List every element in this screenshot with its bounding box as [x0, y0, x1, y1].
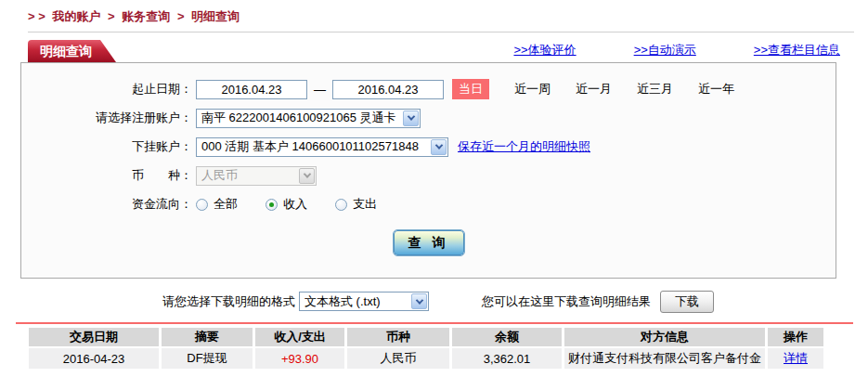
flow-option-income-label: 收入 [283, 196, 307, 213]
currency-value: 人民币 [197, 167, 298, 184]
registered-account-select[interactable]: 南平 6222001406100921065 灵通卡 [196, 109, 421, 128]
quick-range-month[interactable]: 近一月 [576, 81, 612, 98]
date-range-label: 起止日期： [21, 81, 196, 98]
quick-range-group: 当日 近一周 近一月 近三月 近一年 [452, 79, 734, 99]
tab-detail-query[interactable]: 明细查询 [28, 40, 116, 62]
sub-account-row: 下挂账户： 000 活期 基本户 1406600101102571848 保存近… [21, 136, 836, 157]
breadcrumb-separator: > [177, 9, 185, 23]
breadcrumb-item-detail-query[interactable]: 明细查询 [191, 9, 240, 23]
radio-unchecked-icon[interactable] [196, 199, 208, 211]
chevron-down-icon [299, 168, 315, 184]
quick-range-quarter[interactable]: 近三月 [637, 81, 673, 98]
currency-select: 人民币 [196, 166, 317, 186]
quick-range-year[interactable]: 近一年 [698, 81, 734, 98]
download-hint: 您可以在这里下载查询明细结果 [482, 293, 651, 310]
column-info-link[interactable]: >>查看栏目信息 [754, 42, 840, 58]
currency-row: 币 种： 人民币 [21, 165, 836, 186]
fund-flow-options: 全部 收入 支出 [196, 196, 377, 213]
col-header-summary: 摘要 [162, 328, 253, 348]
date-dash: — [314, 83, 326, 97]
breadcrumb-separator: > [108, 9, 115, 23]
breadcrumb-item-account-query[interactable]: 账务查询 [122, 9, 170, 23]
cell-counterparty: 财付通支付科技有限公司客户备付金 [564, 348, 765, 369]
fund-flow-label: 资金流向： [21, 196, 196, 213]
table-row: 2016-04-23 DF提现 +93.90 人民币 3,362.01 财付通支… [29, 348, 823, 369]
flow-option-income[interactable]: 收入 [266, 196, 307, 213]
table-header-row: 交易日期 摘要 收入/支出 币种 余额 对方信息 操作 [29, 328, 823, 348]
col-header-action: 操作 [768, 328, 823, 348]
col-header-counterparty: 对方信息 [564, 328, 765, 348]
sub-account-select[interactable]: 000 活期 基本户 1406600101102571848 [196, 137, 448, 157]
tab-bar: 明细查询 >>体验评价 >>自动演示 >>查看栏目信息 [28, 40, 840, 62]
sub-account-label: 下挂账户： [21, 138, 196, 155]
download-format-label: 请您选择下载明细的格式 [162, 293, 295, 310]
header-links: >>体验评价 >>自动演示 >>查看栏目信息 [513, 42, 840, 62]
result-divider [16, 322, 853, 324]
flow-option-all[interactable]: 全部 [196, 196, 238, 213]
radio-unchecked-icon[interactable] [335, 199, 347, 211]
cell-amount: +93.90 [255, 348, 344, 369]
download-format-value: 文本格式 (.txt) [300, 293, 410, 310]
download-button[interactable]: 下载 [660, 291, 714, 313]
date-from-input[interactable] [196, 80, 307, 99]
download-format-select[interactable]: 文本格式 (.txt) [299, 292, 429, 311]
date-to-input[interactable] [332, 80, 444, 99]
registered-account-label: 请选择注册账户： [21, 110, 196, 126]
chevron-down-icon[interactable] [431, 139, 447, 155]
cell-summary: DF提现 [162, 348, 253, 369]
query-form-panel: 起止日期： — 当日 近一周 近一月 近三月 近一年 请选择注册账户： 南平 6… [20, 62, 836, 279]
quick-range-today[interactable]: 当日 [452, 79, 489, 99]
result-table: 交易日期 摘要 收入/支出 币种 余额 对方信息 操作 2016-04-23 D… [26, 328, 826, 369]
breadcrumb-divider [28, 32, 854, 32]
registered-account-row: 请选择注册账户： 南平 6222001406100921065 灵通卡 [21, 108, 836, 128]
col-header-date: 交易日期 [29, 328, 159, 348]
date-range-row: 起止日期： — 当日 近一周 近一月 近三月 近一年 [21, 79, 836, 99]
query-button[interactable]: 查 询 [394, 230, 464, 255]
cell-balance: 3,362.01 [452, 348, 562, 369]
col-header-currency: 币种 [347, 328, 449, 348]
quick-range-week[interactable]: 近一周 [514, 81, 551, 98]
chevron-down-icon[interactable] [411, 293, 427, 309]
radio-checked-icon[interactable] [266, 199, 278, 211]
cell-action: 详情 [768, 348, 823, 369]
breadcrumb-item-my-account[interactable]: 我的账户 [52, 9, 100, 23]
flow-option-expense-label: 支出 [353, 196, 377, 213]
col-header-balance: 余额 [452, 328, 562, 348]
breadcrumb: > > 我的账户 > 账务查询 > 明细查询 [0, 0, 868, 25]
auto-demo-link[interactable]: >>自动演示 [634, 42, 696, 58]
chevron-down-icon[interactable] [403, 110, 419, 126]
sub-account-value: 000 活期 基本户 1406600101102571848 [197, 138, 430, 155]
currency-label: 币 种： [21, 167, 196, 184]
download-row: 请您选择下载明细的格式 文本格式 (.txt) 您可以在这里下载查询明细结果 下… [162, 291, 868, 312]
query-button-row: 查 询 [21, 230, 836, 255]
detail-link[interactable]: 详情 [784, 351, 808, 365]
experience-review-link[interactable]: >>体验评价 [513, 42, 576, 58]
breadcrumb-arrows: > > [28, 9, 45, 23]
col-header-amount: 收入/支出 [255, 328, 344, 348]
registered-account-value: 南平 6222001406100921065 灵通卡 [197, 110, 402, 126]
cell-date: 2016-04-23 [29, 348, 159, 369]
cell-currency: 人民币 [347, 348, 449, 369]
flow-option-expense[interactable]: 支出 [335, 196, 377, 213]
flow-option-all-label: 全部 [214, 196, 238, 213]
save-monthly-snapshot-link[interactable]: 保存近一个月的明细快照 [458, 138, 590, 155]
fund-flow-row: 资金流向： 全部 收入 支出 [21, 194, 836, 214]
